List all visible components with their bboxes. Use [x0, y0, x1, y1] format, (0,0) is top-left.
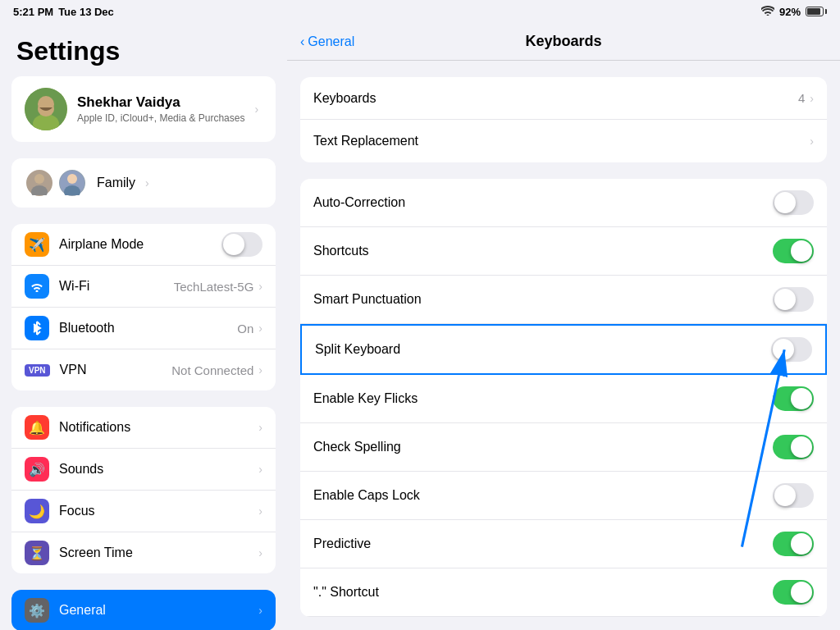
sidebar-item-notifications[interactable]: 🔔 Notifications ›: [11, 407, 276, 449]
panel-row-shortcut[interactable]: "." Shortcut: [300, 568, 827, 617]
avatar: [25, 88, 67, 130]
notifications-icon: 🔔: [25, 415, 49, 440]
enablecapslock-toggle[interactable]: [773, 483, 814, 508]
wifi-icon: [25, 274, 49, 299]
wifi-icon: [761, 6, 774, 18]
bluetooth-value: On: [237, 322, 253, 336]
panel-row-predictive[interactable]: Predictive: [300, 520, 827, 568]
profile-chevron: ›: [254, 103, 258, 116]
panel-row-textreplacement[interactable]: Text Replacement ›: [300, 120, 827, 162]
sidebar-item-airplane[interactable]: ✈️ Airplane Mode: [11, 224, 276, 266]
autocorrection-toggle[interactable]: [773, 190, 814, 215]
vpn-chevron: ›: [258, 363, 262, 377]
sidebar-item-sounds[interactable]: 🔊 Sounds ›: [11, 449, 276, 491]
vpn-icon: VPN: [25, 364, 50, 377]
enablecapslock-label: Enable Caps Lock: [313, 488, 773, 503]
keyboards-label: Keyboards: [313, 91, 798, 106]
shortcut-toggle[interactable]: [773, 580, 814, 605]
vpn-value: Not Connected: [171, 363, 253, 377]
shortcut-label: "." Shortcut: [313, 585, 773, 600]
profile-info: Shekhar Vaidya Apple ID, iCloud+, Media …: [77, 94, 244, 124]
autocorrection-label: Auto-Correction: [313, 195, 773, 210]
family-avatar-1: [25, 168, 54, 198]
textreplacement-label: Text Replacement: [313, 134, 810, 148]
screentime-label: Screen Time: [59, 546, 258, 560]
focus-icon: 🌙: [25, 499, 49, 523]
checkspelling-label: Check Spelling: [313, 440, 773, 454]
profile-subtitle: Apple ID, iCloud+, Media & Purchases: [77, 112, 244, 124]
general-icon: ⚙️: [25, 598, 49, 623]
sidebar-title: Settings: [0, 23, 287, 76]
back-chevron: ‹: [300, 34, 304, 49]
sidebar-item-wifi[interactable]: Wi-Fi TechLatest-5G ›: [11, 266, 276, 308]
right-panel: ‹ General Keyboards Keyboards 4 › Text R…: [287, 23, 840, 630]
bluetooth-icon: [25, 316, 49, 340]
shortcuts-toggle[interactable]: [773, 239, 814, 263]
panel-row-enablecapslock[interactable]: Enable Caps Lock: [300, 472, 827, 520]
settings-group-general: ⚙️ General ›: [11, 590, 276, 630]
settings-group-system: 🔔 Notifications › 🔊 Sounds › 🌙 Focus ›: [11, 407, 276, 573]
sidebar: Settings Shekhar Vaidya Apple ID, iCloud…: [0, 23, 287, 630]
splitkeyboard-toggle[interactable]: [771, 337, 812, 362]
panel-row-autocorrection[interactable]: Auto-Correction: [300, 179, 827, 227]
sidebar-item-focus[interactable]: 🌙 Focus ›: [11, 491, 276, 532]
keyboards-chevron: ›: [810, 92, 814, 105]
svg-point-6: [34, 174, 44, 184]
general-chevron: ›: [258, 604, 262, 617]
family-row[interactable]: Family ›: [11, 158, 276, 208]
panel-row-shortcuts[interactable]: Shortcuts: [300, 227, 827, 276]
general-label: General: [59, 603, 258, 618]
focus-chevron: ›: [258, 504, 262, 518]
panel-header: ‹ General Keyboards: [287, 23, 840, 61]
family-avatars: [25, 168, 87, 198]
profile-name: Shekhar Vaidya: [77, 94, 244, 111]
checkspelling-toggle[interactable]: [773, 435, 814, 459]
airplane-label: Airplane Mode: [59, 237, 221, 252]
sidebar-item-bluetooth[interactable]: Bluetooth On ›: [11, 308, 276, 349]
panel-row-checkspelling[interactable]: Check Spelling: [300, 423, 827, 472]
status-bar: 5:21 PM Tue 13 Dec 92%: [0, 0, 840, 23]
panel-group-toggles: Auto-Correction Shortcuts Smart Punctuat…: [300, 179, 827, 617]
panel-row-splitkeyboard[interactable]: Split Keyboard: [300, 324, 827, 375]
predictive-toggle[interactable]: [773, 532, 814, 556]
predictive-label: Predictive: [313, 536, 773, 551]
vpn-label: VPN: [60, 363, 172, 377]
smartpunctuation-toggle[interactable]: [773, 287, 814, 312]
back-button[interactable]: ‹ General: [300, 34, 354, 49]
panel-row-keyboards[interactable]: Keyboards 4 ›: [300, 77, 827, 120]
notifications-label: Notifications: [59, 420, 258, 435]
sounds-chevron: ›: [258, 463, 262, 476]
splitkeyboard-label: Split Keyboard: [315, 342, 771, 357]
svg-point-9: [67, 174, 77, 184]
time: 5:21 PM: [13, 6, 53, 18]
enablekeyflicks-label: Enable Key Flicks: [313, 391, 773, 406]
sounds-icon: 🔊: [25, 457, 49, 482]
status-left: 5:21 PM Tue 13 Dec: [13, 6, 114, 18]
panel-content: Keyboards 4 › Text Replacement › Auto-Co…: [287, 61, 840, 630]
battery-label: 92%: [779, 6, 801, 18]
panel-row-smartpunctuation[interactable]: Smart Punctuation: [300, 276, 827, 324]
focus-label: Focus: [59, 504, 258, 518]
panel-row-enablekeyflicks[interactable]: Enable Key Flicks: [300, 375, 827, 423]
svg-point-0: [766, 14, 769, 16]
date: Tue 13 Dec: [58, 6, 114, 18]
wifi-label: Wi-Fi: [59, 279, 174, 294]
panel-group-main: Keyboards 4 › Text Replacement ›: [300, 77, 827, 162]
family-label: Family: [97, 176, 135, 190]
textreplacement-chevron: ›: [810, 135, 814, 148]
smartpunctuation-label: Smart Punctuation: [313, 292, 773, 307]
airplane-icon: ✈️: [25, 232, 49, 257]
status-right: 92%: [761, 6, 827, 18]
enablekeyflicks-toggle[interactable]: [773, 386, 814, 411]
svg-point-11: [36, 290, 39, 293]
bluetooth-label: Bluetooth: [59, 321, 237, 336]
sidebar-item-vpn[interactable]: VPN VPN Not Connected ›: [11, 349, 276, 390]
back-label: General: [308, 34, 354, 49]
battery-icon: [806, 7, 827, 16]
sidebar-item-screentime[interactable]: ⏳ Screen Time ›: [11, 532, 276, 573]
airplane-toggle[interactable]: [221, 232, 262, 257]
sidebar-item-general[interactable]: ⚙️ General ›: [11, 590, 276, 630]
profile-card[interactable]: Shekhar Vaidya Apple ID, iCloud+, Media …: [11, 76, 276, 142]
wifi-chevron: ›: [258, 280, 262, 293]
screentime-icon: ⏳: [25, 541, 49, 565]
